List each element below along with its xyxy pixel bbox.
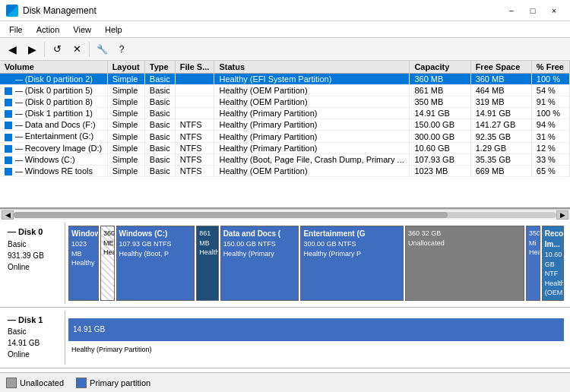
toolbar-help-button[interactable]: ?: [112, 40, 131, 58]
table-area[interactable]: Volume Layout Type File S... Status Capa…: [0, 61, 570, 209]
scrollbar-track[interactable]: [14, 212, 556, 218]
partition-block[interactable]: Windows (C:)107.93 GB NTFSHealthy (Boot,…: [116, 226, 195, 301]
partition-block[interactable]: 360.32 GBUnallocated: [405, 226, 524, 301]
toolbar-cancel-button[interactable]: ✕: [68, 40, 86, 58]
disk1-partition-status: Healthy (Primary Partition): [68, 346, 564, 353]
maximize-button[interactable]: □: [523, 3, 543, 18]
disk0-type: Basic: [8, 239, 60, 250]
cell-fileSystem: [175, 74, 214, 85]
col-pctfree[interactable]: % Free: [531, 61, 569, 74]
partition-block[interactable]: Data and Docs (150.00 GB NTFSHealthy (Pr…: [220, 226, 299, 301]
scroll-left-btn[interactable]: ◀: [2, 210, 14, 220]
menu-view[interactable]: View: [67, 24, 97, 36]
partition-size: 861 MB: [199, 229, 215, 248]
cell-status: Healthy (OEM Partition): [214, 165, 410, 176]
cell-volume: — (Disk 0 partition 8): [0, 96, 107, 108]
partition-size: 1023 MB: [71, 239, 96, 258]
cell-fileSystem: [175, 96, 214, 108]
disk-visual-scroll[interactable]: — Disk 0 Basic 931.39 GB Online Window..…: [0, 220, 570, 387]
cell-status: Healthy (EFI System Partition): [214, 74, 410, 85]
minimize-button[interactable]: −: [502, 3, 521, 18]
table-row[interactable]: — (Disk 0 partition 5)SimpleBasicHealthy…: [0, 85, 570, 96]
menu-help[interactable]: Help: [99, 24, 128, 36]
menu-file[interactable]: File: [3, 24, 29, 36]
partition-size: 150.00 GB NTFS: [223, 239, 296, 249]
table-row[interactable]: — Windows RE toolsSimpleBasicNTFSHealthy…: [0, 165, 570, 176]
col-status[interactable]: Status: [214, 61, 410, 74]
table-row[interactable]: — Data and Docs (F:)SimpleBasicNTFSHealt…: [0, 119, 570, 131]
cell-pctFree: 94 %: [531, 119, 569, 131]
volume-icon: [5, 122, 12, 129]
volume-icon: [5, 134, 12, 141]
cell-status: Healthy (OEM Partition): [214, 85, 410, 96]
partition-status: Healthy (OEM: [545, 279, 561, 298]
disk1-partitions: 14.91 GB Healthy (Primary Partition): [65, 311, 567, 365]
legend-primary-label: Primary partition: [90, 378, 150, 387]
partition-block[interactable]: 350 MiHealth: [526, 226, 540, 301]
cell-layout: Simple: [107, 96, 144, 108]
partition-status: Healthy (Boot, P: [119, 249, 192, 259]
menu-action[interactable]: Action: [30, 24, 66, 36]
toolbar-sep1: [44, 42, 45, 57]
cell-status: Healthy (Primary Partition): [214, 108, 410, 119]
disk1-partition-block[interactable]: 14.91 GB: [68, 318, 564, 341]
table-row[interactable]: — Windows (C:)SimpleBasicNTFSHealthy (Bo…: [0, 153, 570, 165]
partition-block[interactable]: 360 MEHealthy: [100, 226, 115, 301]
table-row[interactable]: — (Disk 0 partition 2)SimpleBasicHealthy…: [0, 74, 570, 85]
title-bar: Disk Management − □ ×: [0, 0, 570, 21]
cell-freeSpace: 35.35 GB: [470, 153, 531, 165]
toolbar-forward-button[interactable]: ▶: [23, 40, 41, 58]
volume-icon: [5, 76, 12, 84]
partition-block[interactable]: Recovery Im...10.60 GB NTFHealthy (OEM: [542, 226, 564, 301]
col-filesystem[interactable]: File S...: [175, 61, 214, 74]
toolbar-properties-button[interactable]: 🔧: [93, 40, 111, 58]
cell-volume: — (Disk 1 partition 1): [0, 108, 107, 119]
scrollbar-thumb[interactable]: [14, 212, 448, 218]
legend-primary: Primary partition: [76, 378, 150, 388]
partition-size: 107.93 GB NTFS: [119, 239, 192, 249]
cell-type: Basic: [144, 142, 175, 153]
partition-name: Windows (C:): [119, 229, 192, 239]
cell-fileSystem: [175, 85, 214, 96]
volume-icon: [5, 99, 12, 106]
col-volume[interactable]: Volume: [0, 61, 107, 74]
partition-block[interactable]: Entertainment (G300.00 GB NTFSHealthy (P…: [300, 226, 404, 301]
cell-freeSpace: 1.29 GB: [470, 142, 531, 153]
cell-status: Healthy (Boot, Page File, Crash Dump, Pr…: [214, 153, 410, 165]
cell-layout: Simple: [107, 153, 144, 165]
table-scrollbar[interactable]: ◀ ▶: [0, 209, 570, 220]
cell-volume: — Data and Docs (F:): [0, 119, 107, 131]
col-layout[interactable]: Layout: [107, 61, 144, 74]
col-type[interactable]: Type: [144, 61, 175, 74]
cell-freeSpace: 669 MB: [470, 165, 531, 176]
disk0-partitions: Window...1023 MBHealthy360 MEHealthyWind…: [65, 223, 567, 304]
cell-freeSpace: 141.27 GB: [470, 119, 531, 131]
table-row[interactable]: — (Disk 0 partition 8)SimpleBasicHealthy…: [0, 96, 570, 108]
disk0-size: 931.39 GB: [8, 250, 60, 261]
table-row[interactable]: — Entertainment (G:)SimpleBasicNTFSHealt…: [0, 131, 570, 142]
table-row[interactable]: — Recovery Image (D:)SimpleBasicNTFSHeal…: [0, 142, 570, 153]
scroll-right-btn[interactable]: ▶: [556, 210, 568, 220]
close-button[interactable]: ×: [544, 3, 564, 18]
disk-table: Volume Layout Type File S... Status Capa…: [0, 61, 570, 177]
volume-icon: [5, 110, 12, 118]
cell-status: Healthy (Primary Partition): [214, 131, 410, 142]
partition-block[interactable]: Window...1023 MBHealthy: [68, 226, 99, 301]
volume-icon: [5, 156, 12, 164]
col-freespace[interactable]: Free Space: [470, 61, 531, 74]
cell-freeSpace: 319 MB: [470, 96, 531, 108]
cell-fileSystem: NTFS: [175, 153, 214, 165]
table-row[interactable]: — (Disk 1 partition 1)SimpleBasicHealthy…: [0, 108, 570, 119]
partition-block[interactable]: 861 MBHealthy: [196, 226, 218, 301]
cell-capacity: 14.91 GB: [410, 108, 470, 119]
disk1-name: — Disk 1: [8, 314, 60, 327]
col-capacity[interactable]: Capacity: [410, 61, 470, 74]
cell-volume: — (Disk 0 partition 2): [0, 74, 107, 85]
partition-status: Unallocated: [408, 239, 521, 248]
partition-name: Recovery Im...: [545, 229, 561, 250]
toolbar-refresh-button[interactable]: ↺: [48, 40, 66, 58]
cell-type: Basic: [144, 165, 175, 176]
toolbar-back-button[interactable]: ◀: [3, 40, 21, 58]
disk1-type: Basic: [8, 326, 60, 337]
cell-capacity: 861 MB: [410, 85, 470, 96]
